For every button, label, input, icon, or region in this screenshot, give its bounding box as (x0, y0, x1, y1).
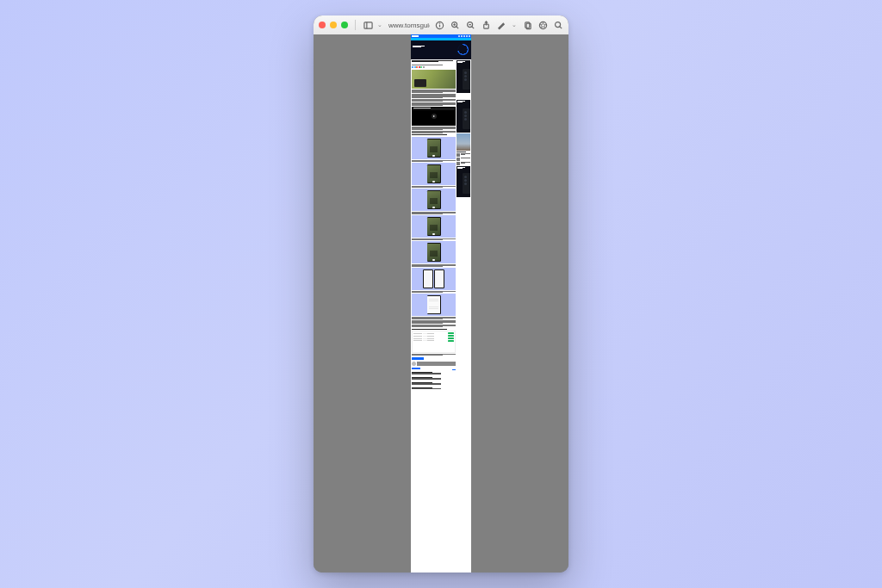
share-buttons (412, 66, 456, 68)
paragraph (412, 325, 456, 327)
share-icon[interactable] (481, 20, 491, 30)
site-nav (419, 35, 471, 37)
more-article-item[interactable] (412, 382, 441, 385)
back-to-top-button[interactable] (452, 369, 456, 370)
step-caption (412, 160, 456, 162)
toolbar-right: ⌄ (434, 20, 563, 30)
highlight-icon[interactable] (537, 20, 548, 30)
view-deal-button[interactable] (448, 335, 454, 337)
embedded-video[interactable] (412, 107, 456, 126)
paragraph (412, 127, 456, 130)
sidebar-menu-chevron-icon[interactable]: ⌄ (377, 22, 382, 28)
zoom-in-icon[interactable] (450, 20, 460, 30)
address-bar[interactable]: www.tomsguide.co… (387, 22, 430, 29)
section-heading (412, 134, 447, 135)
info-icon[interactable] (434, 20, 444, 30)
step-screenshot (412, 163, 456, 185)
view-deal-button[interactable] (448, 332, 454, 334)
step-screenshot (412, 294, 456, 316)
paragraph (412, 94, 456, 98)
sidebar-toggle-icon[interactable] (363, 20, 373, 30)
share-facebook-icon[interactable] (412, 66, 413, 68)
lower-sidebar (442, 369, 456, 389)
paragraph (412, 320, 456, 324)
newsletter-signup-button[interactable] (412, 357, 424, 359)
window-titlebar: ⌄ www.tomsguide.co… ⌄ (314, 15, 568, 34)
fullscreen-window-button[interactable] (341, 22, 348, 28)
step-screenshot (412, 215, 456, 238)
site-logo[interactable] (412, 35, 419, 37)
author-bio (417, 362, 456, 366)
popular-item[interactable] (457, 153, 470, 157)
popular-item[interactable] (457, 158, 470, 161)
nav-item[interactable] (458, 35, 460, 37)
copy-icon[interactable] (522, 20, 532, 30)
article-sidebar (457, 60, 470, 389)
markup-icon[interactable] (496, 20, 506, 30)
step-caption (412, 291, 456, 293)
step-caption (412, 186, 456, 188)
article-hero-image (412, 70, 456, 89)
view-deal-button[interactable] (448, 340, 454, 342)
browser-viewport (314, 34, 568, 573)
svg-rect-0 (363, 22, 371, 28)
deals-table (412, 331, 456, 353)
article-title (412, 60, 456, 64)
minimize-window-button[interactable] (330, 22, 337, 28)
sidebar-ad[interactable] (457, 100, 470, 133)
most-popular (457, 152, 470, 165)
svg-point-17 (555, 22, 560, 27)
paragraph (412, 102, 456, 106)
deal-row (413, 335, 454, 337)
more-articles (412, 372, 441, 389)
step-screenshot (412, 241, 456, 263)
webpage-content[interactable] (411, 34, 471, 573)
deal-row (413, 340, 454, 342)
more-article-item[interactable] (412, 377, 441, 380)
paragraph (412, 90, 456, 93)
nav-item[interactable] (461, 35, 463, 37)
sidebar-ad[interactable] (457, 60, 470, 93)
popular-item[interactable] (457, 162, 470, 165)
author-box (412, 362, 456, 366)
step-caption (412, 238, 456, 240)
svg-line-10 (471, 26, 473, 28)
step-screenshot-pair (412, 268, 456, 290)
deal-row (413, 332, 454, 334)
traffic-lights (319, 22, 348, 28)
sidebar-ad[interactable] (457, 166, 470, 197)
play-icon[interactable] (432, 114, 437, 119)
toolbar-separator (355, 20, 356, 30)
share-email-icon[interactable] (423, 66, 425, 68)
more-article-item[interactable] (412, 387, 441, 389)
safari-window: ⌄ www.tomsguide.co… ⌄ (314, 15, 568, 573)
svg-line-18 (559, 26, 561, 28)
newsletter-blurb (412, 354, 456, 356)
see-comments-button[interactable] (412, 368, 420, 369)
step-caption (412, 264, 456, 267)
step-caption (412, 317, 456, 319)
more-article-item[interactable] (412, 372, 441, 374)
author-avatar (412, 362, 416, 366)
paragraph (412, 131, 456, 133)
markup-menu-chevron-icon[interactable]: ⌄ (512, 22, 517, 28)
paragraph (412, 99, 456, 102)
article-main (412, 60, 456, 389)
step-screenshot (412, 189, 456, 211)
sidebar-ad-image[interactable] (457, 133, 470, 151)
step-screenshot (412, 137, 456, 159)
search-icon[interactable] (553, 20, 563, 30)
zoom-out-icon[interactable] (465, 20, 475, 30)
nav-item[interactable] (466, 35, 468, 37)
deal-row (413, 337, 454, 339)
hero-text (413, 46, 428, 49)
article-meta (412, 65, 456, 65)
nav-item[interactable] (469, 35, 470, 37)
hero-dial-graphic (457, 44, 469, 55)
close-window-button[interactable] (319, 22, 326, 28)
share-reddit-icon[interactable] (416, 66, 418, 68)
view-deal-button[interactable] (448, 337, 454, 339)
nav-item[interactable] (463, 35, 465, 37)
hero-ad-banner[interactable] (411, 40, 471, 59)
svg-line-6 (456, 26, 457, 28)
